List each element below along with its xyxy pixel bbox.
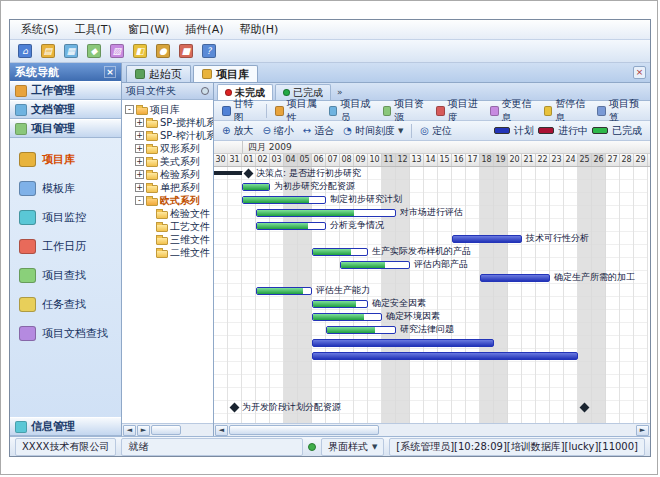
tab-label: 起始页: [149, 67, 182, 82]
sidebar-group-work[interactable]: 工作管理: [10, 81, 121, 100]
menu-system[interactable]: 系统(S): [14, 20, 66, 39]
gantt-control-fit[interactable]: ↔适合: [299, 122, 338, 140]
tree-node[interactable]: +SP-榨汁机系列: [123, 129, 212, 142]
nav-item-icon: [19, 297, 36, 312]
sidebar-item-3[interactable]: 项目监控: [10, 204, 121, 231]
scroll-left-icon[interactable]: ◄: [215, 425, 228, 436]
task-bar[interactable]: [312, 339, 494, 347]
exit-icon: ■: [179, 44, 193, 58]
expand-box-icon[interactable]: +: [135, 144, 144, 153]
tree-node[interactable]: -欧式系列: [123, 194, 212, 207]
task-bar[interactable]: [256, 287, 312, 295]
ui-style-label: 界面样式: [328, 440, 368, 454]
expand-box-icon[interactable]: -: [135, 196, 144, 205]
task-bar[interactable]: [256, 209, 396, 217]
tree-node[interactable]: +检验系列: [123, 168, 212, 181]
task-bar[interactable]: [340, 261, 410, 269]
scroll-left-icon[interactable]: ◄: [123, 425, 136, 436]
sidebar-item-6[interactable]: 任务查找: [10, 291, 121, 318]
new-icon: ▤: [41, 44, 55, 58]
sidebar-close-icon[interactable]: ×: [104, 66, 116, 78]
tree-node[interactable]: +美式系列: [123, 155, 212, 168]
scroll-right-icon[interactable]: ►: [137, 425, 150, 436]
task-bar[interactable]: [242, 196, 326, 204]
task-label: 制定初步研究计划: [330, 193, 402, 206]
close-icon[interactable]: ×: [633, 66, 646, 79]
gantt-control-timescale[interactable]: ◔时间刻度▼: [339, 122, 407, 140]
workspace-tab-1[interactable]: 起始页: [126, 65, 191, 82]
day-cell: 05: [298, 154, 312, 166]
gantt-control-zoom-in[interactable]: ⊕放大: [218, 122, 257, 140]
gantt-control-locate[interactable]: ◎定位: [416, 122, 456, 140]
gantt-hscrollbar[interactable]: ◄ ►: [214, 423, 650, 436]
task-bar[interactable]: [312, 300, 368, 308]
tree-hscrollbar[interactable]: ◄ ►: [122, 423, 213, 436]
sidebar-group-project[interactable]: 项目管理: [10, 119, 121, 138]
day-cell: 24: [564, 154, 578, 166]
task-label: 研究法律问题: [400, 323, 454, 336]
scroll-thumb[interactable]: [229, 425, 379, 435]
tree-node[interactable]: 二维文件: [123, 246, 212, 259]
menu-tools[interactable]: 工具(T): [68, 20, 119, 39]
task-bar[interactable]: [312, 248, 368, 256]
menu-help[interactable]: 帮助(H): [232, 20, 285, 39]
status-message: 就绪: [121, 438, 302, 456]
day-cell: 30: [214, 154, 228, 166]
scroll-right-icon[interactable]: ►: [636, 425, 649, 436]
gantt-chart[interactable]: 决策点: 是否进行初步研究为初步研究分配资源制定初步研究计划对市场进行评估分析竞…: [214, 167, 650, 423]
tree-node[interactable]: 三维文件: [123, 233, 212, 246]
day-cell: 16: [452, 154, 466, 166]
task-bar[interactable]: [312, 352, 578, 360]
tree-node[interactable]: -项目库: [123, 103, 212, 116]
expand-box-icon[interactable]: +: [135, 131, 144, 140]
window-icon: ▦: [64, 44, 78, 58]
plugin-button[interactable]: ◆: [84, 42, 104, 61]
tree-node[interactable]: 检验文件: [123, 207, 212, 220]
task-bar[interactable]: [326, 326, 396, 334]
style-button[interactable]: ▧: [107, 42, 127, 61]
sidebar-group-document[interactable]: 文档管理: [10, 100, 121, 119]
home-button[interactable]: ⌂: [15, 42, 35, 61]
window-button[interactable]: ▦: [61, 42, 81, 61]
menu-plugins[interactable]: 插件(A): [178, 20, 230, 39]
tree-node[interactable]: +SP-搅拌机系列: [123, 116, 212, 129]
task-progress: [327, 327, 375, 333]
folder-icon: [156, 237, 168, 245]
pin-icon[interactable]: [201, 87, 209, 95]
exit-button[interactable]: ■: [176, 42, 196, 61]
gantt-panel: 未完成已完成» 甘特图项目属性项目成员项目资源项目进度变更信息暂停信息项目预算 …: [214, 83, 650, 436]
menu-window[interactable]: 窗口(W): [121, 20, 176, 39]
gantt-control-zoom-out[interactable]: ⊖缩小: [258, 122, 297, 140]
project-tree-panel: 项目文件夹 -项目库+SP-搅拌机系列+SP-榨汁机系列+双形系列+美式系列+检…: [122, 83, 214, 436]
lock-button[interactable]: ◧: [130, 42, 150, 61]
day-cell: 29: [634, 154, 648, 166]
key-button[interactable]: ●: [153, 42, 173, 61]
ui-style-selector[interactable]: 界面样式 ▼: [321, 438, 384, 456]
scroll-thumb[interactable]: [151, 425, 181, 435]
sidebar-item-5[interactable]: 项目查找: [10, 262, 121, 289]
tree-node[interactable]: 工艺文件: [123, 220, 212, 233]
task-bar[interactable]: [480, 274, 550, 282]
sidebar-item-2[interactable]: 模板库: [10, 175, 121, 202]
tree-node[interactable]: +双形系列: [123, 142, 212, 155]
help-button[interactable]: ?: [199, 42, 219, 61]
task-bar[interactable]: [242, 183, 270, 191]
new-button[interactable]: ▤: [38, 42, 58, 61]
summary-bar: [214, 171, 242, 175]
workspace-tab-2[interactable]: 项目库: [193, 65, 258, 82]
expand-box-icon[interactable]: -: [125, 105, 134, 114]
expand-box-icon[interactable]: +: [135, 118, 144, 127]
expand-box-icon[interactable]: +: [135, 170, 144, 179]
sidebar-item-4[interactable]: 工作日历: [10, 233, 121, 260]
sidebar-item-1[interactable]: 项目库: [10, 146, 121, 173]
sidebar-item-7[interactable]: 项目文档查找: [10, 320, 121, 347]
expand-box-icon[interactable]: +: [135, 157, 144, 166]
tree-node[interactable]: +单把系列: [123, 181, 212, 194]
task-bar[interactable]: [256, 222, 326, 230]
sidebar-group-info[interactable]: 信息管理: [10, 417, 121, 436]
task-bar[interactable]: [312, 313, 382, 321]
day-cell: 02: [256, 154, 270, 166]
sidebar-groups: 工作管理文档管理项目管理: [10, 81, 121, 138]
task-bar[interactable]: [452, 235, 522, 243]
expand-box-icon[interactable]: +: [135, 183, 144, 192]
